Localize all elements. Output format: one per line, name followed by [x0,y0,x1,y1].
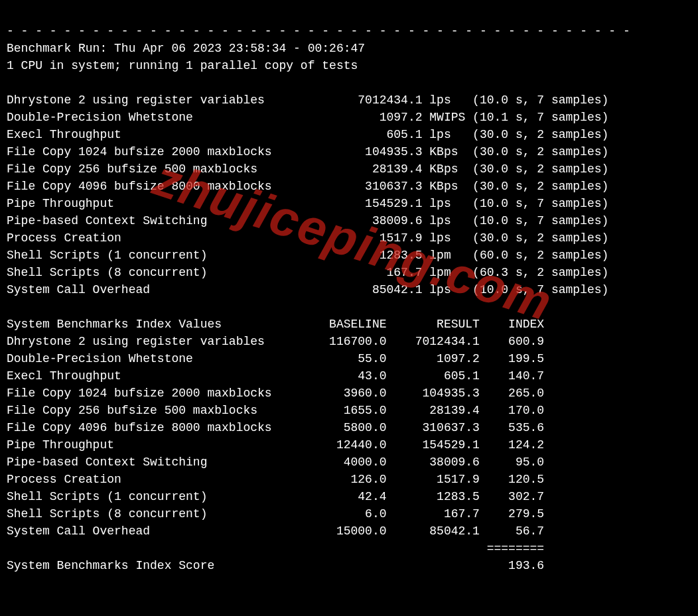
terminal-output: - - - - - - - - - - - - - - - - - - - - … [0,0,698,597]
cpu-info-line: 1 CPU in system; running 1 parallel copy… [7,59,358,72]
separator-line: ======== [7,542,544,555]
dash-line: - - - - - - - - - - - - - - - - - - - - … [7,25,630,38]
final-score-line: System Benchmarks Index Score 193.6 [7,559,544,572]
index-header-line: System Benchmarks Index Values BASELINE … [7,318,544,331]
index-values-block: Dhrystone 2 using register variables 116… [7,335,544,538]
benchmark-run-line: Benchmark Run: Thu Apr 06 2023 23:58:34 … [7,42,365,55]
benchmark-results-block: Dhrystone 2 using register variables 701… [7,93,608,296]
